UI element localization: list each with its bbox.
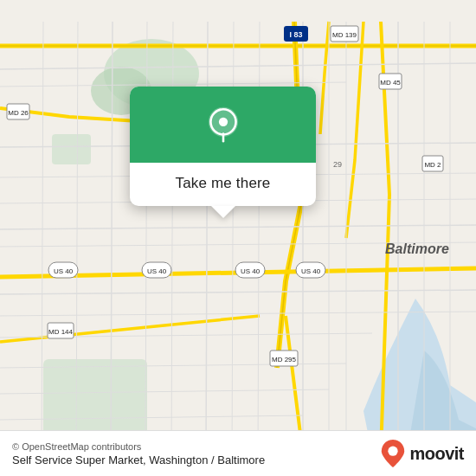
- moovit-pin-icon: [381, 440, 405, 467]
- svg-text:Baltimore: Baltimore: [385, 241, 449, 256]
- svg-text:MD 144: MD 144: [48, 328, 74, 336]
- svg-text:MD 295: MD 295: [272, 356, 297, 363]
- svg-point-60: [218, 118, 227, 126]
- location-popup: Take me there: [130, 87, 316, 206]
- svg-text:MD 26: MD 26: [8, 109, 29, 117]
- svg-point-61: [389, 447, 398, 456]
- bottom-left-info: © OpenStreetMap contributors Self Servic…: [12, 441, 265, 466]
- svg-text:29: 29: [333, 160, 342, 169]
- moovit-brand-text: moovit: [409, 444, 464, 464]
- svg-text:US 40: US 40: [301, 267, 321, 275]
- svg-text:US 40: US 40: [147, 267, 167, 275]
- svg-rect-4: [43, 359, 147, 437]
- svg-text:US 40: US 40: [241, 267, 261, 275]
- map-pin-icon: [203, 106, 244, 147]
- popup-button-area: Take me there: [130, 163, 316, 206]
- map-container: I 83 MD 26 MD 139 MD 45 MD 2 US 40 US 40…: [0, 0, 476, 476]
- location-text: Self Service Super Market, Washington / …: [12, 453, 265, 466]
- svg-text:I 83: I 83: [289, 30, 302, 39]
- svg-text:MD 2: MD 2: [424, 161, 441, 169]
- svg-text:MD 45: MD 45: [380, 79, 401, 87]
- moovit-logo: moovit: [381, 440, 464, 467]
- attribution-text: © OpenStreetMap contributors: [12, 441, 265, 452]
- take-me-there-button[interactable]: Take me there: [145, 175, 300, 192]
- popup-icon-area: [130, 87, 316, 163]
- bottom-bar: © OpenStreetMap contributors Self Servic…: [0, 430, 476, 476]
- svg-rect-3: [52, 134, 91, 164]
- svg-text:US 40: US 40: [54, 267, 74, 275]
- svg-text:MD 139: MD 139: [332, 31, 357, 39]
- map-svg: I 83 MD 26 MD 139 MD 45 MD 2 US 40 US 40…: [0, 0, 476, 476]
